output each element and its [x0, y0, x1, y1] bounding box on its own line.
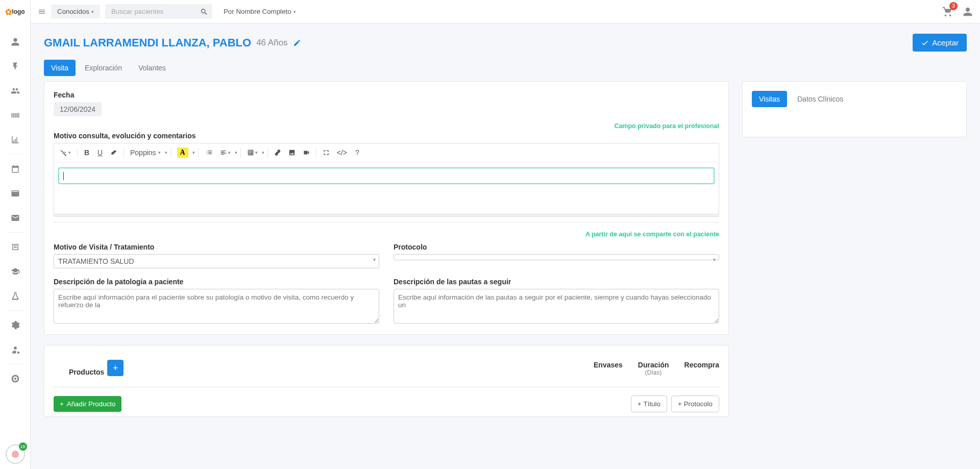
underline-button[interactable]: U	[94, 146, 106, 159]
known-filter-dropdown[interactable]: Conocidos▾	[51, 5, 100, 18]
video-icon[interactable]	[300, 147, 313, 158]
record-badge: 18	[19, 442, 27, 451]
sidebar-card-icon[interactable]	[6, 184, 24, 203]
add-title-button[interactable]: +Título	[631, 396, 667, 412]
sidebar-flask-icon[interactable]	[6, 287, 24, 305]
desc-patologia-label: Descripción de la patología a paciente	[54, 278, 379, 286]
rich-editor: ▾ B U Poppins▾ ▾ A ▾	[54, 143, 719, 217]
text-color-dropdown[interactable]: ▾	[192, 150, 195, 155]
sidebar-chart-icon[interactable]	[6, 131, 24, 149]
editor-toolbar: ▾ B U Poppins▾ ▾ A ▾	[54, 143, 719, 162]
font-dropdown[interactable]: Poppins▾	[127, 146, 164, 159]
tab-datos-clinicos[interactable]: Datos Clínicos	[790, 91, 850, 107]
col-envases: Envases	[594, 361, 623, 376]
table-icon[interactable]: ▾	[244, 147, 261, 158]
add-protocol-button[interactable]: +Protocolo	[671, 396, 719, 412]
sidebar-news-icon[interactable]	[6, 238, 24, 256]
sidebar-record-button[interactable]: 18	[6, 445, 25, 464]
logo: ✿logo	[3, 4, 28, 19]
cart-badge: 3	[949, 2, 958, 10]
sidebar-barcode-icon[interactable]	[6, 106, 24, 125]
sort-dropdown[interactable]: Por Nombre Completo▾	[217, 5, 302, 18]
motivo-label: Motivo consulta, evolución y comentarios	[54, 132, 719, 140]
search-input[interactable]	[105, 4, 212, 19]
sidebar: ✿logo 18	[0, 0, 31, 469]
sidebar-gears-icon[interactable]	[6, 316, 24, 334]
add-product-plus-button[interactable]: +	[107, 360, 124, 376]
code-icon[interactable]: </>	[334, 146, 350, 159]
help-icon[interactable]: ?	[351, 146, 363, 159]
add-product-button[interactable]: +Añadir Producto	[54, 396, 121, 412]
sidebar-user-icon[interactable]	[6, 33, 24, 51]
editor-body[interactable]	[54, 162, 719, 213]
motivo-tratamiento-label: Motivo de Visita / Tratamiento	[54, 243, 379, 251]
desc-patologia-textarea[interactable]	[54, 289, 379, 324]
sidebar-mail-icon[interactable]	[6, 209, 24, 227]
indent-dropdown[interactable]: ▾	[235, 150, 237, 155]
side-tabs: Visitas Datos Clínicos	[752, 91, 957, 107]
private-field-note: Campo privado para el profesional	[54, 122, 719, 130]
main-tabs: Visita Exploración Volantes	[44, 60, 967, 76]
date-label: Fecha	[54, 91, 719, 99]
sidebar-user-cog-icon[interactable]	[6, 340, 24, 359]
sidebar-calendar-icon[interactable]	[6, 160, 24, 178]
text-color-button[interactable]: A	[174, 145, 191, 160]
tab-volantes[interactable]: Volantes	[131, 60, 173, 76]
desc-pautas-textarea[interactable]	[394, 289, 719, 324]
edit-patient-icon[interactable]	[293, 38, 301, 47]
desc-pautas-label: Descripción de las pautas a seguir	[394, 278, 719, 286]
tab-exploracion[interactable]: Exploración	[78, 60, 129, 76]
fullscreen-icon[interactable]	[320, 147, 333, 158]
topbar: Conocidos▾ Por Nombre Completo▾ 3	[31, 0, 980, 23]
patient-age: 46 Años	[256, 38, 287, 48]
col-duracion: Duración(Días)	[638, 361, 669, 376]
col-recompra: Recompra	[684, 361, 719, 376]
bold-button[interactable]: B	[81, 146, 93, 159]
table-extra-dropdown[interactable]: ▾	[262, 150, 264, 155]
sidebar-support-icon[interactable]	[6, 369, 24, 388]
tab-visitas[interactable]: Visitas	[752, 91, 787, 107]
search-icon[interactable]	[200, 7, 208, 16]
magic-icon[interactable]: ▾	[57, 147, 74, 158]
sidebar-graduation-icon[interactable]	[6, 262, 24, 281]
font-size-dropdown[interactable]: ▾	[165, 150, 167, 155]
user-menu-icon[interactable]	[963, 7, 973, 17]
accept-button[interactable]: Aceptar	[913, 34, 967, 52]
products-card: Productos + Envases Duración(Días) Recom…	[44, 345, 729, 417]
ol-icon[interactable]	[203, 147, 216, 158]
sidebar-bolt-icon[interactable]	[6, 57, 24, 76]
products-title: Productos	[69, 368, 104, 376]
visit-card: Fecha 12/06/2024 Campo privado para el p…	[44, 81, 729, 335]
motivo-tratamiento-select[interactable]: TRATAMIENTO SALUD	[54, 254, 379, 268]
menu-toggle-icon[interactable]	[38, 7, 46, 16]
side-card: Visitas Datos Clínicos	[742, 81, 967, 137]
link-icon[interactable]	[271, 147, 284, 158]
image-icon[interactable]	[285, 147, 299, 158]
patient-name[interactable]: GMAIL LARRAMENDI LLANZA, PABLO	[44, 36, 251, 50]
cart-button[interactable]: 3	[942, 6, 953, 17]
sidebar-group-icon[interactable]	[6, 82, 24, 100]
share-note: A partir de aquí se comparte con el paci…	[54, 231, 719, 238]
align-icon[interactable]: ▾	[217, 147, 234, 158]
tab-visita[interactable]: Visita	[44, 60, 76, 76]
eraser-icon[interactable]	[107, 147, 120, 158]
protocolo-label: Protocolo	[394, 243, 719, 251]
date-value[interactable]: 12/06/2024	[54, 102, 102, 116]
protocolo-select[interactable]	[394, 254, 719, 260]
